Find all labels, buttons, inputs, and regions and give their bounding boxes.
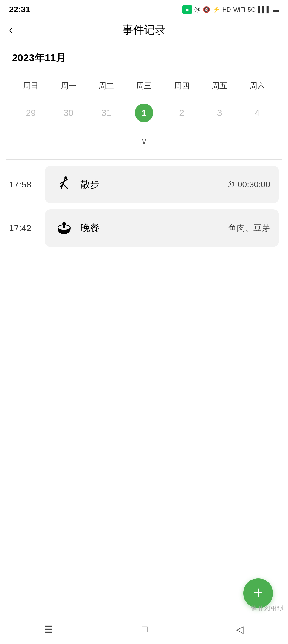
calendar-expand-button[interactable]: ∨ bbox=[135, 134, 153, 149]
bottom-nav: ☰ □ ◁ bbox=[0, 614, 288, 644]
back-button[interactable]: ‹ bbox=[9, 24, 13, 36]
date-3[interactable]: 3 bbox=[201, 99, 239, 126]
date-2[interactable]: 2 bbox=[163, 99, 201, 126]
date-row: 29 30 31 1 2 3 4 bbox=[12, 99, 276, 126]
back-nav-button[interactable]: ◁ bbox=[227, 621, 253, 638]
battery-icon: ▬ bbox=[273, 6, 279, 13]
weekday-fri: 周五 bbox=[201, 78, 239, 93]
wifi-icon: WiFi bbox=[233, 6, 245, 13]
status-time: 22:31 bbox=[9, 5, 30, 14]
event-item-dinner[interactable]: 17:42 晚餐 鱼肉、豆芽 bbox=[9, 209, 279, 247]
status-icons: Ⓝ 🔇 ⚡ HD WiFi 5G ▌▌▌ ▬ bbox=[182, 5, 279, 14]
event-name-dinner: 晚餐 bbox=[80, 222, 228, 235]
calendar-divider bbox=[12, 71, 276, 71]
timer-icon: ⏱ bbox=[227, 180, 235, 190]
wechat-icon bbox=[182, 5, 192, 14]
event-duration: 00:30:00 bbox=[238, 180, 270, 189]
svg-rect-4 bbox=[63, 224, 65, 228]
date-30[interactable]: 30 bbox=[50, 99, 88, 126]
expand-row: ∨ bbox=[12, 131, 276, 153]
month-title: 2023年11月 bbox=[12, 51, 276, 65]
date-29[interactable]: 29 bbox=[12, 99, 50, 126]
calendar-section: 2023年11月 周日 周一 周二 周三 周四 周五 周六 29 30 31 1… bbox=[0, 42, 288, 159]
mute-icon: 🔇 bbox=[203, 6, 210, 13]
weekday-thu: 周四 bbox=[163, 78, 201, 93]
event-card-walk[interactable]: 散步 ⏱ 00:30:00 bbox=[45, 166, 279, 203]
nfc-icon: Ⓝ bbox=[194, 6, 200, 14]
add-event-button[interactable]: + bbox=[243, 578, 273, 608]
event-detail-walk: ⏱ 00:30:00 bbox=[227, 180, 270, 190]
home-button[interactable]: □ bbox=[133, 621, 156, 638]
svg-point-0 bbox=[64, 176, 67, 179]
weekday-tue: 周二 bbox=[87, 78, 125, 93]
event-time-dinner: 17:42 bbox=[9, 223, 45, 233]
watermark: 慎 什么国得卖 bbox=[251, 605, 285, 612]
weekday-sat: 周六 bbox=[238, 78, 276, 93]
date-4[interactable]: 4 bbox=[238, 99, 276, 126]
page-title: 事件记录 bbox=[123, 23, 165, 37]
events-section: 17:58 散步 ⏱ bbox=[0, 160, 288, 259]
weekday-wed: 周三 bbox=[125, 78, 163, 93]
dinner-food-text: 鱼肉、豆芽 bbox=[228, 222, 270, 234]
event-detail-dinner: 鱼肉、豆芽 bbox=[228, 222, 270, 234]
weekday-row: 周日 周一 周二 周三 周四 周五 周六 bbox=[12, 78, 276, 93]
signal-icon: ▌▌▌ bbox=[258, 6, 271, 13]
event-name-walk: 散步 bbox=[80, 178, 227, 191]
event-item-walk[interactable]: 17:58 散步 ⏱ bbox=[9, 166, 279, 203]
date-1-selected[interactable]: 1 bbox=[125, 99, 163, 126]
running-icon bbox=[54, 174, 75, 195]
weekday-mon: 周一 bbox=[50, 78, 88, 93]
hd-icon: HD bbox=[222, 6, 231, 13]
nav-bar: ‹ 事件记录 bbox=[0, 18, 288, 42]
date-31[interactable]: 31 bbox=[87, 99, 125, 126]
status-bar: 22:31 Ⓝ 🔇 ⚡ HD WiFi 5G ▌▌▌ ▬ bbox=[0, 0, 288, 18]
plus-icon: + bbox=[253, 584, 263, 601]
5g-icon: 5G bbox=[248, 6, 256, 13]
weekday-sun: 周日 bbox=[12, 78, 50, 93]
bluetooth-icon: ⚡ bbox=[213, 6, 220, 13]
meal-icon bbox=[54, 218, 75, 239]
event-time-walk: 17:58 bbox=[9, 179, 45, 190]
menu-button[interactable]: ☰ bbox=[35, 621, 62, 638]
event-card-dinner[interactable]: 晚餐 鱼肉、豆芽 bbox=[45, 209, 279, 247]
